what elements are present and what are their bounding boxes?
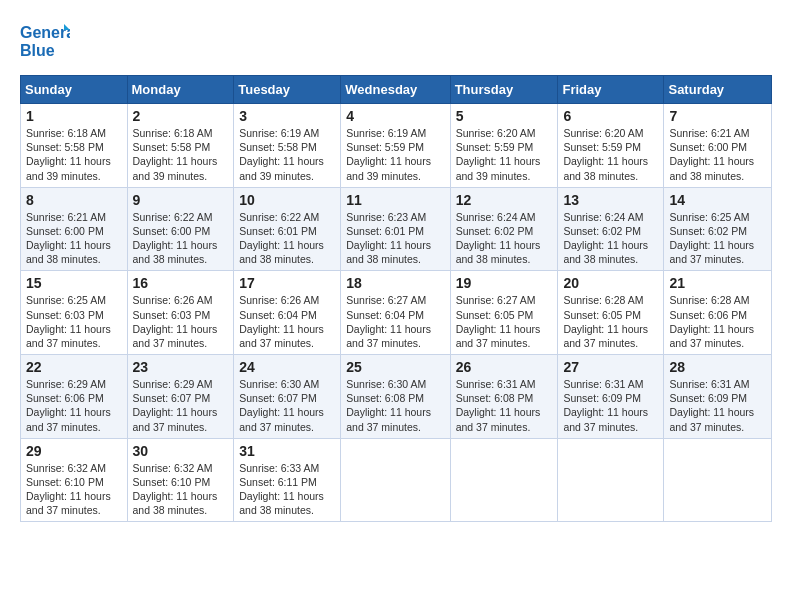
day-number: 4 bbox=[346, 108, 444, 124]
day-info: Sunrise: 6:30 AMSunset: 6:07 PMDaylight:… bbox=[239, 377, 335, 434]
day-info: Sunrise: 6:20 AMSunset: 5:59 PMDaylight:… bbox=[563, 126, 658, 183]
day-number: 17 bbox=[239, 275, 335, 291]
calendar-cell: 19Sunrise: 6:27 AMSunset: 6:05 PMDayligh… bbox=[450, 271, 558, 355]
day-info: Sunrise: 6:25 AMSunset: 6:03 PMDaylight:… bbox=[26, 293, 122, 350]
calendar-cell: 28Sunrise: 6:31 AMSunset: 6:09 PMDayligh… bbox=[664, 355, 772, 439]
day-info: Sunrise: 6:31 AMSunset: 6:08 PMDaylight:… bbox=[456, 377, 553, 434]
day-number: 6 bbox=[563, 108, 658, 124]
day-number: 31 bbox=[239, 443, 335, 459]
calendar-cell: 16Sunrise: 6:26 AMSunset: 6:03 PMDayligh… bbox=[127, 271, 234, 355]
calendar-cell: 23Sunrise: 6:29 AMSunset: 6:07 PMDayligh… bbox=[127, 355, 234, 439]
calendar-cell: 26Sunrise: 6:31 AMSunset: 6:08 PMDayligh… bbox=[450, 355, 558, 439]
calendar-cell: 12Sunrise: 6:24 AMSunset: 6:02 PMDayligh… bbox=[450, 187, 558, 271]
day-number: 18 bbox=[346, 275, 444, 291]
col-header-thursday: Thursday bbox=[450, 76, 558, 104]
col-header-tuesday: Tuesday bbox=[234, 76, 341, 104]
calendar-cell: 8Sunrise: 6:21 AMSunset: 6:00 PMDaylight… bbox=[21, 187, 128, 271]
day-info: Sunrise: 6:19 AMSunset: 5:59 PMDaylight:… bbox=[346, 126, 444, 183]
day-number: 25 bbox=[346, 359, 444, 375]
svg-text:General: General bbox=[20, 24, 70, 41]
day-info: Sunrise: 6:21 AMSunset: 6:00 PMDaylight:… bbox=[669, 126, 766, 183]
col-header-sunday: Sunday bbox=[21, 76, 128, 104]
logo: General Blue bbox=[20, 20, 70, 65]
svg-text:Blue: Blue bbox=[20, 42, 55, 59]
calendar-week-row: 8Sunrise: 6:21 AMSunset: 6:00 PMDaylight… bbox=[21, 187, 772, 271]
calendar-cell: 4Sunrise: 6:19 AMSunset: 5:59 PMDaylight… bbox=[341, 104, 450, 188]
day-number: 15 bbox=[26, 275, 122, 291]
col-header-monday: Monday bbox=[127, 76, 234, 104]
calendar-cell: 5Sunrise: 6:20 AMSunset: 5:59 PMDaylight… bbox=[450, 104, 558, 188]
day-number: 1 bbox=[26, 108, 122, 124]
day-number: 3 bbox=[239, 108, 335, 124]
day-number: 2 bbox=[133, 108, 229, 124]
day-number: 26 bbox=[456, 359, 553, 375]
calendar-cell bbox=[450, 438, 558, 522]
calendar-week-row: 15Sunrise: 6:25 AMSunset: 6:03 PMDayligh… bbox=[21, 271, 772, 355]
day-info: Sunrise: 6:22 AMSunset: 6:01 PMDaylight:… bbox=[239, 210, 335, 267]
day-number: 12 bbox=[456, 192, 553, 208]
day-number: 14 bbox=[669, 192, 766, 208]
calendar-cell: 6Sunrise: 6:20 AMSunset: 5:59 PMDaylight… bbox=[558, 104, 664, 188]
day-info: Sunrise: 6:33 AMSunset: 6:11 PMDaylight:… bbox=[239, 461, 335, 518]
day-info: Sunrise: 6:29 AMSunset: 6:06 PMDaylight:… bbox=[26, 377, 122, 434]
day-number: 16 bbox=[133, 275, 229, 291]
day-info: Sunrise: 6:32 AMSunset: 6:10 PMDaylight:… bbox=[133, 461, 229, 518]
day-number: 28 bbox=[669, 359, 766, 375]
calendar-cell: 22Sunrise: 6:29 AMSunset: 6:06 PMDayligh… bbox=[21, 355, 128, 439]
day-info: Sunrise: 6:29 AMSunset: 6:07 PMDaylight:… bbox=[133, 377, 229, 434]
day-number: 13 bbox=[563, 192, 658, 208]
day-number: 19 bbox=[456, 275, 553, 291]
day-number: 7 bbox=[669, 108, 766, 124]
day-info: Sunrise: 6:22 AMSunset: 6:00 PMDaylight:… bbox=[133, 210, 229, 267]
calendar-cell: 24Sunrise: 6:30 AMSunset: 6:07 PMDayligh… bbox=[234, 355, 341, 439]
day-info: Sunrise: 6:27 AMSunset: 6:04 PMDaylight:… bbox=[346, 293, 444, 350]
calendar-cell: 13Sunrise: 6:24 AMSunset: 6:02 PMDayligh… bbox=[558, 187, 664, 271]
day-info: Sunrise: 6:23 AMSunset: 6:01 PMDaylight:… bbox=[346, 210, 444, 267]
calendar-cell: 7Sunrise: 6:21 AMSunset: 6:00 PMDaylight… bbox=[664, 104, 772, 188]
day-info: Sunrise: 6:26 AMSunset: 6:04 PMDaylight:… bbox=[239, 293, 335, 350]
calendar-cell: 30Sunrise: 6:32 AMSunset: 6:10 PMDayligh… bbox=[127, 438, 234, 522]
day-info: Sunrise: 6:25 AMSunset: 6:02 PMDaylight:… bbox=[669, 210, 766, 267]
day-number: 21 bbox=[669, 275, 766, 291]
calendar-cell: 14Sunrise: 6:25 AMSunset: 6:02 PMDayligh… bbox=[664, 187, 772, 271]
calendar-cell: 2Sunrise: 6:18 AMSunset: 5:58 PMDaylight… bbox=[127, 104, 234, 188]
calendar-week-row: 22Sunrise: 6:29 AMSunset: 6:06 PMDayligh… bbox=[21, 355, 772, 439]
calendar-cell: 21Sunrise: 6:28 AMSunset: 6:06 PMDayligh… bbox=[664, 271, 772, 355]
calendar-cell: 17Sunrise: 6:26 AMSunset: 6:04 PMDayligh… bbox=[234, 271, 341, 355]
calendar-week-row: 1Sunrise: 6:18 AMSunset: 5:58 PMDaylight… bbox=[21, 104, 772, 188]
calendar-cell: 10Sunrise: 6:22 AMSunset: 6:01 PMDayligh… bbox=[234, 187, 341, 271]
calendar-cell: 27Sunrise: 6:31 AMSunset: 6:09 PMDayligh… bbox=[558, 355, 664, 439]
day-number: 23 bbox=[133, 359, 229, 375]
calendar-week-row: 29Sunrise: 6:32 AMSunset: 6:10 PMDayligh… bbox=[21, 438, 772, 522]
day-info: Sunrise: 6:20 AMSunset: 5:59 PMDaylight:… bbox=[456, 126, 553, 183]
calendar-cell: 1Sunrise: 6:18 AMSunset: 5:58 PMDaylight… bbox=[21, 104, 128, 188]
day-info: Sunrise: 6:18 AMSunset: 5:58 PMDaylight:… bbox=[26, 126, 122, 183]
day-number: 20 bbox=[563, 275, 658, 291]
page-header: General Blue bbox=[20, 20, 772, 65]
calendar-cell: 9Sunrise: 6:22 AMSunset: 6:00 PMDaylight… bbox=[127, 187, 234, 271]
calendar-cell bbox=[558, 438, 664, 522]
calendar-cell bbox=[341, 438, 450, 522]
calendar-cell: 15Sunrise: 6:25 AMSunset: 6:03 PMDayligh… bbox=[21, 271, 128, 355]
day-info: Sunrise: 6:28 AMSunset: 6:05 PMDaylight:… bbox=[563, 293, 658, 350]
col-header-saturday: Saturday bbox=[664, 76, 772, 104]
day-number: 24 bbox=[239, 359, 335, 375]
day-info: Sunrise: 6:32 AMSunset: 6:10 PMDaylight:… bbox=[26, 461, 122, 518]
day-number: 9 bbox=[133, 192, 229, 208]
day-info: Sunrise: 6:27 AMSunset: 6:05 PMDaylight:… bbox=[456, 293, 553, 350]
col-header-wednesday: Wednesday bbox=[341, 76, 450, 104]
calendar-cell bbox=[664, 438, 772, 522]
day-info: Sunrise: 6:24 AMSunset: 6:02 PMDaylight:… bbox=[563, 210, 658, 267]
day-number: 8 bbox=[26, 192, 122, 208]
day-info: Sunrise: 6:18 AMSunset: 5:58 PMDaylight:… bbox=[133, 126, 229, 183]
col-header-friday: Friday bbox=[558, 76, 664, 104]
calendar-cell: 3Sunrise: 6:19 AMSunset: 5:58 PMDaylight… bbox=[234, 104, 341, 188]
day-number: 27 bbox=[563, 359, 658, 375]
calendar-header-row: SundayMondayTuesdayWednesdayThursdayFrid… bbox=[21, 76, 772, 104]
calendar-cell: 25Sunrise: 6:30 AMSunset: 6:08 PMDayligh… bbox=[341, 355, 450, 439]
calendar-cell: 11Sunrise: 6:23 AMSunset: 6:01 PMDayligh… bbox=[341, 187, 450, 271]
calendar-table: SundayMondayTuesdayWednesdayThursdayFrid… bbox=[20, 75, 772, 522]
day-number: 22 bbox=[26, 359, 122, 375]
day-number: 5 bbox=[456, 108, 553, 124]
day-info: Sunrise: 6:26 AMSunset: 6:03 PMDaylight:… bbox=[133, 293, 229, 350]
